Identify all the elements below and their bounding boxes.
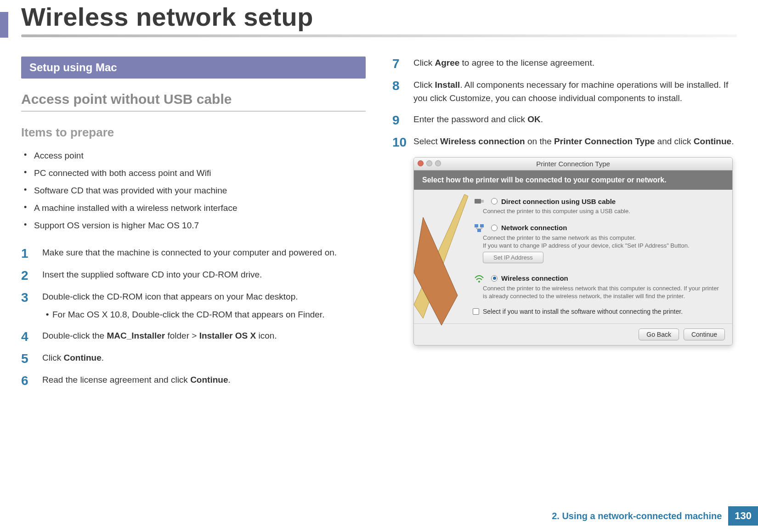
- svg-rect-5: [475, 224, 478, 227]
- text: Select: [413, 136, 440, 146]
- radio-network[interactable]: [491, 225, 498, 231]
- step-number: 3: [21, 290, 42, 304]
- radio-wireless[interactable]: [491, 275, 498, 282]
- option-usb[interactable]: Direct connection using USB cable Connec…: [473, 196, 724, 215]
- option-desc: Connect the printer to the same network …: [483, 234, 724, 250]
- list-item: Software CD that was provided with your …: [21, 182, 366, 199]
- option-label: Network connection: [501, 224, 567, 232]
- step-text: Enter the password and click OK.: [413, 113, 543, 126]
- continue-button[interactable]: Continue: [684, 328, 725, 340]
- term: Continue: [694, 136, 731, 146]
- subheading: Access point without USB cable: [21, 91, 366, 107]
- title-accent-block: [0, 12, 8, 38]
- step-text-main: Double-click the CD-ROM icon that appear…: [42, 292, 298, 301]
- step-number: 7: [392, 57, 413, 70]
- text: and click: [655, 136, 693, 146]
- term: Wireless connection: [440, 136, 525, 146]
- text: .: [541, 114, 543, 124]
- svg-rect-4: [481, 200, 484, 203]
- bullet-icon: •: [42, 308, 52, 322]
- install-without-printer-row[interactable]: Select if you want to install the softwa…: [473, 308, 724, 315]
- list-item: Support OS version is higher Mac OS 10.7: [21, 217, 366, 234]
- text: Double-click the: [42, 331, 107, 340]
- term: Printer Connection Type: [554, 136, 655, 146]
- option-label: Direct connection using USB cable: [501, 198, 616, 205]
- substep: • For Mac OS X 10.8, Double-click the CD…: [42, 308, 324, 322]
- step-text: Click Agree to agree to the license agre…: [413, 57, 594, 70]
- option-network[interactable]: Network connection Connect the printer t…: [473, 223, 724, 266]
- section-band: Setup using Mac: [21, 57, 366, 79]
- step-number: 10: [392, 135, 413, 149]
- term: Continue: [190, 375, 228, 385]
- network-icon: [473, 223, 486, 233]
- option-desc: Connect the printer to the wireless netw…: [483, 284, 724, 300]
- term: MAC_Installer: [107, 331, 165, 340]
- items-to-prepare-heading: Items to prepare: [21, 125, 366, 140]
- text: Click: [42, 353, 63, 362]
- dialog-titlebar: Printer Connection Type: [414, 158, 732, 170]
- go-back-button[interactable]: Go Back: [639, 328, 679, 340]
- svg-rect-7: [477, 229, 481, 232]
- step-10: 10 Select Wireless connection on the Pri…: [392, 135, 737, 149]
- svg-rect-6: [480, 224, 484, 227]
- left-column: Setup using Mac Access point without USB…: [21, 57, 366, 396]
- text: icon.: [256, 331, 277, 340]
- wifi-icon: [473, 273, 486, 283]
- text: . All components necessary for machine o…: [413, 80, 728, 103]
- step-9: 9 Enter the password and click OK.: [392, 113, 737, 127]
- step-number: 1: [21, 246, 42, 260]
- step-text: Make sure that the machine is connected …: [42, 246, 337, 260]
- step-number: 6: [21, 374, 42, 387]
- right-column: 7 Click Agree to agree to the license ag…: [392, 57, 737, 396]
- traffic-lights: [418, 160, 441, 166]
- term: Continue: [63, 353, 101, 362]
- step-4: 4 Double-click the MAC_Installer folder …: [21, 329, 366, 343]
- term: Installer OS X: [199, 331, 256, 340]
- step-1: 1 Make sure that the machine is connecte…: [21, 246, 366, 260]
- text: Enter the password and click: [413, 114, 527, 124]
- page-number: 130: [728, 506, 758, 526]
- svg-rect-3: [475, 199, 481, 204]
- step-3: 3 Double-click the CD-ROM icon that appe…: [21, 290, 366, 321]
- option-desc: Connect the printer to this computer usi…: [483, 207, 724, 215]
- term: Install: [435, 80, 460, 90]
- checkbox[interactable]: [473, 308, 479, 315]
- step-number: 8: [392, 79, 413, 92]
- text: folder >: [165, 331, 199, 340]
- step-7: 7 Click Agree to agree to the license ag…: [392, 57, 737, 70]
- dialog-title: Printer Connection Type: [536, 160, 610, 168]
- step-number: 9: [392, 113, 413, 127]
- set-ip-button[interactable]: Set IP Address: [483, 252, 543, 263]
- dialog-artwork: [414, 190, 468, 323]
- dialog-header: Select how the printer will be connected…: [414, 170, 732, 190]
- ruler-brush-icon: [414, 190, 468, 328]
- option-label: Wireless connection: [501, 274, 568, 282]
- substep-text: For Mac OS X 10.8, Double-click the CD-R…: [52, 308, 324, 322]
- step-text: Read the license agreement and click Con…: [42, 374, 231, 387]
- zoom-icon[interactable]: [435, 160, 441, 166]
- close-icon[interactable]: [418, 160, 424, 166]
- term: Agree: [435, 58, 459, 68]
- step-8: 8 Click Install. All components necessar…: [392, 79, 737, 105]
- text: .: [731, 136, 734, 146]
- option-wireless[interactable]: Wireless connection Connect the printer …: [473, 273, 724, 300]
- step-2: 2 Insert the supplied software CD into y…: [21, 268, 366, 282]
- usb-icon: [473, 196, 486, 206]
- items-list: Access point PC connected with both acce…: [21, 147, 366, 234]
- step-number: 4: [21, 329, 42, 343]
- svg-point-8: [478, 281, 480, 283]
- page-footer: 2. Using a network-connected machine 130: [552, 506, 758, 526]
- radio-usb[interactable]: [491, 198, 498, 204]
- list-item: Access point: [21, 147, 366, 164]
- text: Click: [413, 80, 435, 90]
- checkbox-label: Select if you want to install the softwa…: [483, 308, 683, 315]
- step-text: Click Continue.: [42, 351, 104, 365]
- text: .: [102, 353, 104, 362]
- minimize-icon[interactable]: [426, 160, 432, 166]
- list-item: PC connected with both access point and …: [21, 164, 366, 182]
- text: on the: [525, 136, 554, 146]
- step-number: 2: [21, 268, 42, 282]
- step-text: Select Wireless connection on the Printe…: [413, 135, 734, 148]
- subheading-rule: [21, 111, 366, 112]
- text: Read the license agreement and click: [42, 375, 190, 385]
